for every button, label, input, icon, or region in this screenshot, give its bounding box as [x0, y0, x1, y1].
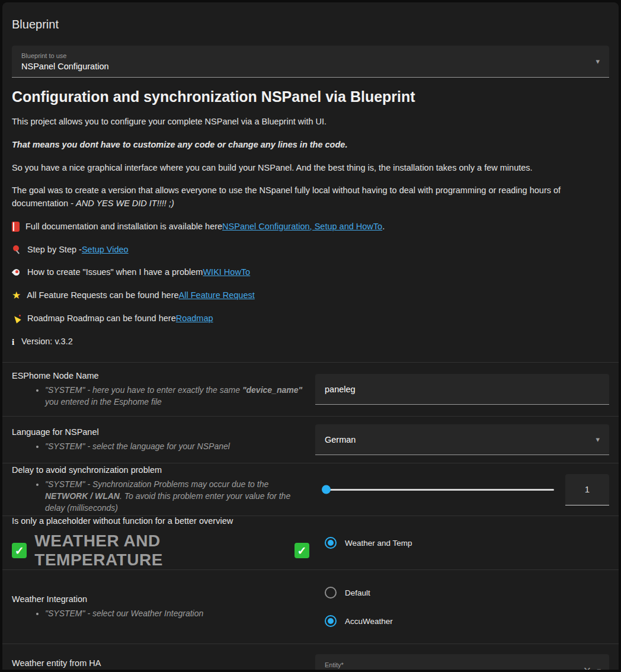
setting-name: Weather entity from HA	[12, 658, 309, 668]
party-popper-icon	[12, 314, 21, 324]
slider-thumb[interactable]	[322, 485, 331, 494]
radio-accuweather[interactable]: AccuWeather	[315, 615, 609, 627]
delay-slider[interactable]	[315, 481, 558, 498]
settings-row-delay: Delay to avoid synchronization problem "…	[2, 463, 619, 516]
info-icon: i	[12, 335, 18, 349]
blueprint-select-value: NSPanel Configuration	[21, 62, 109, 71]
section-heading: WEATHER AND TEMPERATURE	[34, 532, 286, 569]
pushpin-icon	[12, 245, 21, 254]
language-select[interactable]: German ▾	[315, 424, 609, 455]
description-paragraph: That means you dont have to customize an…	[12, 139, 609, 152]
radio-selected-icon[interactable]	[325, 537, 337, 549]
blueprint-select-label: Blueprint to use	[21, 52, 109, 59]
settings-row-weather-entity: Weather entity from HA "SYSTEM" - Select…	[2, 644, 619, 670]
radio-weather-and-temp[interactable]: Weather and Temp	[315, 537, 609, 549]
star-icon: ★	[12, 290, 21, 300]
blueprint-description: Configuration and synchronization NSPane…	[2, 78, 619, 362]
delay-value-input[interactable]: 1	[565, 474, 609, 505]
blueprint-select[interactable]: Blueprint to use NSPanel Configuration ▾	[12, 46, 609, 78]
setting-name: Delay to avoid synchronization problem	[12, 465, 309, 475]
setting-description: "SYSTEM" - select the language for your …	[45, 440, 309, 452]
weather-entity-picker[interactable]: Entity* Home × ▾	[315, 654, 609, 670]
description-paragraph: So you have a nice graphical interface w…	[12, 162, 609, 175]
setting-name: Language for NSPanel	[12, 427, 309, 437]
setup-video-link[interactable]: Setup Video	[82, 244, 129, 257]
radio-selected-icon[interactable]	[325, 615, 337, 627]
setting-name: ESPhome Node Name	[12, 371, 309, 380]
settings-row-weather-header: Is only a placeholder without function f…	[2, 516, 619, 569]
chevron-down-icon: ▾	[596, 57, 600, 66]
clear-icon[interactable]: ×	[578, 664, 597, 670]
radio-unselected-icon[interactable]	[325, 587, 337, 599]
settings-row-esphome-node-name: ESPhome Node Name "SYSTEM" - here you ha…	[2, 362, 619, 416]
page-title: Blueprint	[2, 2, 619, 43]
blueprint-config-card: Blueprint Blueprint to use NSPanel Confi…	[2, 2, 619, 670]
chevron-down-icon[interactable]: ▾	[597, 666, 601, 670]
setting-name: Weather Integration	[12, 594, 309, 604]
doc-link-line: Full documentation and installation is a…	[12, 220, 609, 233]
feature-request-line: ★ All Feature Requests can be found here…	[12, 289, 609, 302]
wiki-howto-link[interactable]: WIKI HowTo	[203, 266, 250, 279]
check-mark-icon: ✓	[295, 543, 309, 558]
version-line: i Version: v.3.2	[12, 335, 609, 349]
roadmap-link[interactable]: Roadmap	[176, 312, 213, 325]
radio-default[interactable]: Default	[315, 587, 609, 599]
settings-row-language: Language for NSPanel "SYSTEM" - select t…	[2, 416, 619, 463]
feature-request-link[interactable]: All Feature Request	[179, 289, 255, 302]
red-book-icon	[12, 222, 20, 232]
placeholder-note: Is only a placeholder without function f…	[12, 516, 309, 526]
esphome-node-name-input[interactable]: paneleg	[315, 374, 609, 405]
version-text: Version: v.3.2	[21, 335, 73, 348]
entity-field-label: Entity*	[325, 661, 578, 668]
description-heading: Configuration and synchronization NSPane…	[12, 88, 609, 105]
chevron-down-icon: ▾	[596, 435, 600, 444]
description-paragraph: This project allows you to configure you…	[12, 116, 609, 129]
description-paragraph: The goal was to create a version that al…	[12, 184, 609, 210]
wiki-howto-line: How to create "Issues" when I have a pro…	[12, 266, 609, 279]
documentation-link[interactable]: NSPanel Configuration, Setup and HowTo	[222, 220, 382, 233]
slider-track[interactable]	[324, 489, 554, 491]
roadmap-line: Roadmap Roadmap can be found here Roadma…	[12, 312, 609, 325]
check-mark-icon: ✓	[12, 543, 27, 558]
setting-description: "SYSTEM" - here you have to enter exactl…	[45, 384, 309, 408]
setting-description: "SYSTEM" - Synchronization Problems may …	[45, 478, 309, 514]
rocket-icon	[12, 268, 21, 277]
setup-video-line: Step by Step - Setup Video	[12, 244, 609, 257]
setting-description: "SYSTEM" - select our Weather Integratio…	[45, 607, 309, 619]
settings-row-weather-integration: Weather Integration "SYSTEM" - select ou…	[2, 569, 619, 644]
